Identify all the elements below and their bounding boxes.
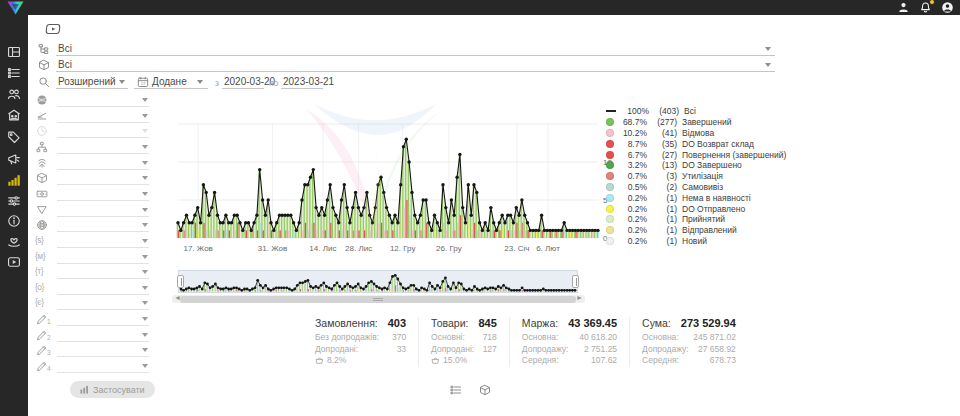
orders-chart[interactable]: 051017. Жов31. Жов14. Лис28. Лис12. Гру2… xyxy=(175,90,617,262)
filter-select-caret-icon[interactable] xyxy=(142,145,148,149)
sidebar-customers-icon[interactable] xyxy=(7,87,21,101)
date-to-input[interactable]: 2023-03-21 xyxy=(283,76,334,87)
stat-sub-value: 107.62 xyxy=(591,355,617,367)
legend-dot-swatch xyxy=(606,118,614,126)
legend-item[interactable]: 10.2%(41)Відмова xyxy=(606,128,801,139)
svg-text:23. Січ: 23. Січ xyxy=(504,244,529,253)
stat-title: Замовлення: xyxy=(315,317,378,329)
filter-row-token12: {о} xyxy=(34,281,156,296)
product-filter-underline xyxy=(56,71,775,72)
user-icon[interactable] xyxy=(897,1,910,14)
filter-select-underline xyxy=(57,325,149,326)
filter-row-pencil1: 1 xyxy=(34,312,156,327)
category-caret-icon[interactable] xyxy=(765,47,771,51)
filter-select-caret-icon[interactable] xyxy=(142,348,148,352)
video-tour-icon[interactable] xyxy=(44,22,62,37)
sidebar-info-icon[interactable] xyxy=(7,214,21,228)
legend-percent: 68.7% xyxy=(617,117,647,127)
sidebar-campaigns-icon[interactable] xyxy=(7,152,21,166)
filter-select-caret-icon[interactable] xyxy=(142,301,148,305)
date-from-input[interactable]: 2020-03-20 xyxy=(224,76,275,87)
filter-select-caret-icon[interactable] xyxy=(142,223,148,227)
legend-percent: 0.2% xyxy=(617,193,647,203)
legend-dot-swatch xyxy=(606,183,614,191)
filter-select-underline xyxy=(57,372,149,373)
legend-percent: 0.7% xyxy=(617,171,647,181)
legend-item[interactable]: 0.5%(2)Самовивіз xyxy=(606,182,801,193)
legend-item[interactable]: 0.7%(3)Утилізація xyxy=(606,171,801,182)
date-field-caret-icon[interactable] xyxy=(197,80,203,84)
sidebar-dashboard-icon[interactable] xyxy=(7,45,21,59)
sidebar-tags-icon[interactable] xyxy=(7,130,21,144)
sidebar-store-icon[interactable] xyxy=(7,108,21,122)
legend-dot-swatch xyxy=(606,161,614,169)
filter-row-sitemap xyxy=(34,140,156,155)
legend-dot-swatch xyxy=(606,129,614,137)
legend-item[interactable]: 68.7%(277)Завершений xyxy=(606,117,801,128)
token-icon: {м} xyxy=(35,251,45,261)
legend-item[interactable]: 8.7%(35)DO Возврат склад xyxy=(606,138,801,149)
date-to-label: по xyxy=(269,78,278,88)
filter-select-caret-icon[interactable] xyxy=(142,239,148,243)
filter-select-caret-icon[interactable] xyxy=(142,317,148,321)
legend-percent: 3.2% xyxy=(617,160,647,170)
stat-sub-value: 245 871.02 xyxy=(693,332,736,344)
filter-select-caret-icon[interactable] xyxy=(142,255,148,259)
filter-select-caret-icon[interactable] xyxy=(142,161,148,165)
list-view-icon[interactable] xyxy=(450,384,462,396)
legend-dot-swatch xyxy=(606,172,614,180)
chart-scrollbar[interactable]: ◄ ► xyxy=(172,295,585,303)
legend-count: (2) xyxy=(647,182,677,192)
legend-item[interactable]: 100%(403)Всі xyxy=(606,106,801,117)
date-field-select[interactable]: Додане xyxy=(152,76,187,87)
bell-icon[interactable] xyxy=(919,1,932,14)
legend-dot-swatch xyxy=(606,194,614,202)
search-mode-select[interactable]: Розширений xyxy=(58,76,116,87)
category-filter[interactable]: Всі xyxy=(58,43,72,54)
chart-brush[interactable] xyxy=(178,270,578,293)
legend-item[interactable]: 0.2%(1)Новий xyxy=(606,236,801,247)
summary-stats: Замовлення: 403Без допродажів:370Допрода… xyxy=(303,317,748,367)
product-filter[interactable]: Всі xyxy=(58,59,72,70)
sidebar-partners-icon[interactable] xyxy=(7,234,21,248)
app-logo-icon[interactable] xyxy=(7,1,24,19)
legend-percent: 10.2% xyxy=(617,128,647,138)
brush-handle-right[interactable] xyxy=(572,275,579,288)
stat-sub-value: 370 xyxy=(392,332,406,344)
sidebar-orders-icon[interactable] xyxy=(7,66,21,80)
avatar-icon[interactable] xyxy=(941,1,954,14)
filter-select-caret-icon[interactable] xyxy=(142,98,148,102)
filter-select-caret-icon[interactable] xyxy=(142,364,148,368)
sidebar-video-icon[interactable] xyxy=(7,255,21,269)
legend-item[interactable]: 6.7%(27)Повернення (завершений) xyxy=(606,149,801,160)
product-view-icon[interactable] xyxy=(479,384,491,396)
search-mode-caret-icon[interactable] xyxy=(119,80,125,84)
filter-select-caret-icon[interactable] xyxy=(142,114,148,118)
scroll-right-icon[interactable]: ► xyxy=(576,294,583,301)
filter-select-caret-icon[interactable] xyxy=(142,208,148,212)
brush-handle-left[interactable] xyxy=(177,275,184,288)
legend-item[interactable]: 0.2%(1)Прийнятий xyxy=(606,214,801,225)
scrollbar-thumb[interactable] xyxy=(180,296,576,303)
filter-select-caret-icon[interactable] xyxy=(142,286,148,290)
filter-select-caret-icon[interactable] xyxy=(142,333,148,337)
apply-button[interactable]: Застосувати xyxy=(70,381,155,398)
banknote-icon xyxy=(36,188,48,200)
filter-select-caret-icon[interactable] xyxy=(142,176,148,180)
filter-row-pencil2: 2 xyxy=(34,328,156,343)
filter-select-underline xyxy=(57,356,149,357)
stat-title: Сума: xyxy=(642,317,671,329)
category-tree-icon xyxy=(38,43,50,55)
legend-dot-swatch xyxy=(606,237,614,245)
legend-item[interactable]: 3.2%(13)DO Завершено xyxy=(606,160,801,171)
sidebar-analytics-icon[interactable] xyxy=(7,173,21,187)
filter-select-caret-icon[interactable] xyxy=(142,270,148,274)
funnel-icon xyxy=(36,204,48,216)
filter-select-caret-icon[interactable] xyxy=(142,192,148,196)
product-caret-icon[interactable] xyxy=(765,63,771,67)
legend-item[interactable]: 0.2%(1)DO Отправлено xyxy=(606,203,801,214)
legend-item[interactable]: 0.2%(1)Відправлений xyxy=(606,225,801,236)
legend-label: Самовивіз xyxy=(682,182,723,192)
sidebar-settings-icon[interactable] xyxy=(7,194,21,208)
legend-item[interactable]: 0.2%(1)Нема в наявності xyxy=(606,192,801,203)
